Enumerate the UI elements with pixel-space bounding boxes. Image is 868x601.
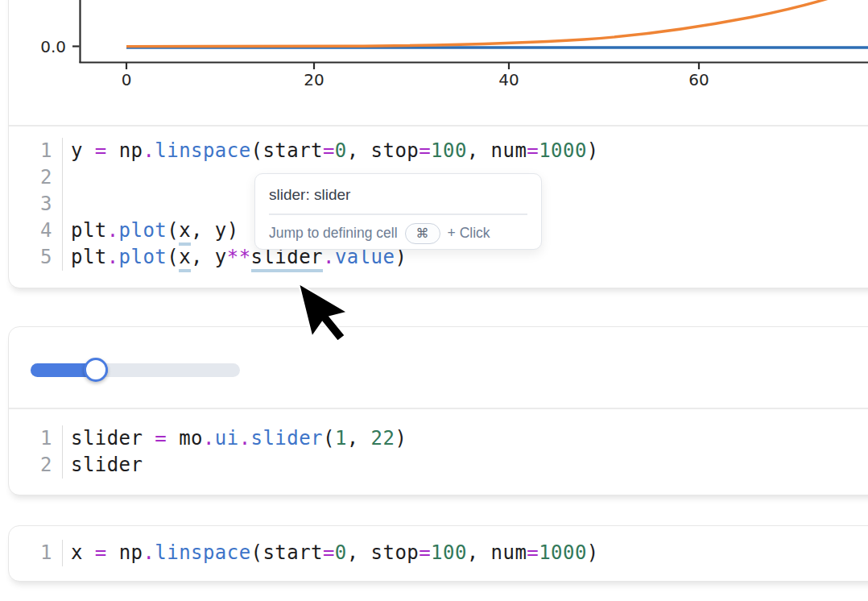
line-number: 1 [8, 540, 63, 566]
code-token: start [262, 541, 323, 564]
code-token: . [107, 219, 119, 242]
mouse-cursor-icon [290, 278, 362, 359]
code-token: slider [71, 454, 143, 476]
variable-tooltip: slider: slider Jump to defining cell ⌘ +… [254, 173, 542, 250]
code-token [83, 541, 95, 564]
tooltip-title: slider: slider [255, 174, 541, 213]
code-token: num [491, 139, 527, 162]
code-token: num [491, 541, 527, 564]
code-token: mo [179, 427, 203, 450]
code-token: . [143, 541, 155, 564]
slider-handle[interactable] [84, 358, 108, 382]
code-text: plt.plot(x, y) [71, 218, 239, 244]
code-token: stop [371, 541, 420, 564]
code-line[interactable]: 1x = np.linspace(start=0, stop=100, num=… [8, 540, 599, 566]
jump-to-defining-cell-hint: Jump to defining cell [269, 225, 398, 242]
code-token: ) [227, 219, 239, 242]
cell-output-code-divider-2 [9, 408, 868, 409]
cell-output-code-divider [9, 125, 868, 126]
code-editor-slider[interactable]: 1slider = mo.ui.slider(1, 22)2slider [8, 425, 407, 479]
code-token: = [419, 541, 431, 564]
code-line[interactable]: 2slider [8, 452, 407, 479]
code-token: ( [323, 427, 335, 450]
code-token: plot [119, 246, 167, 268]
code-token: = [155, 427, 167, 450]
code-token: ui [215, 427, 239, 450]
code-token: ( [251, 541, 263, 564]
code-token: plot [119, 219, 167, 242]
line-number: 4 [8, 218, 63, 244]
code-token: linspace [155, 139, 250, 162]
code-token: y [71, 139, 83, 162]
code-token: 0 [335, 541, 347, 564]
code-token: plt [71, 219, 107, 242]
code-token: ** [227, 246, 251, 268]
code-token: 100 [431, 139, 467, 162]
code-token [143, 427, 155, 450]
code-line[interactable]: 1y = np.linspace(start=0, stop=100, num=… [8, 138, 599, 164]
code-token: 1000 [539, 541, 587, 564]
code-token [83, 139, 95, 162]
series-line-orange [126, 0, 844, 47]
code-token: ( [167, 219, 179, 242]
code-token: 1000 [539, 139, 587, 162]
code-token: x [71, 541, 83, 564]
x-tick-label-0: 0 [98, 70, 155, 89]
code-token: y [215, 246, 227, 268]
x-tick-label-3: 60 [671, 70, 727, 89]
line-number: 1 [8, 138, 63, 164]
code-token: , [467, 139, 491, 162]
command-key-icon: ⌘ [405, 223, 440, 244]
code-token: . [203, 427, 215, 450]
line-number: 2 [8, 452, 63, 479]
code-token: = [95, 541, 107, 564]
matplotlib-figure [8, 0, 868, 126]
code-token: linspace [155, 541, 250, 564]
code-token: . [143, 139, 155, 162]
x-tick-label-2: 40 [481, 70, 537, 89]
line-number: 1 [8, 425, 63, 452]
code-token: slider [251, 427, 323, 450]
code-text: y = np.linspace(start=0, stop=100, num=1… [71, 138, 599, 164]
code-token: 22 [371, 427, 395, 450]
x-tick-label-1: 20 [286, 70, 342, 89]
code-token: = [323, 139, 335, 162]
code-editor-x[interactable]: 1x = np.linspace(start=0, stop=100, num=… [8, 540, 599, 566]
code-token [107, 139, 119, 162]
code-token: np [119, 541, 143, 564]
line-number: 2 [8, 164, 63, 191]
line-number: 5 [8, 244, 63, 271]
code-token: , [191, 246, 215, 268]
code-text: x = np.linspace(start=0, stop=100, num=1… [71, 540, 599, 566]
code-token: 1 [335, 427, 347, 450]
code-token: . [239, 427, 251, 450]
code-token: ) [587, 139, 599, 162]
linked-variable-token[interactable]: x [179, 219, 191, 246]
code-token: 100 [431, 541, 467, 564]
code-token: stop [371, 139, 420, 162]
code-token: ) [395, 427, 407, 450]
code-token: , [467, 541, 491, 564]
code-token: = [527, 541, 539, 564]
code-token: = [419, 139, 431, 162]
marimo-notebook-page: { "chart_data": { "type": "line", "title… [0, 0, 868, 601]
code-token: ( [251, 139, 263, 162]
linked-variable-token[interactable]: x [179, 246, 191, 272]
code-text: slider [71, 452, 143, 479]
code-token: , [347, 427, 371, 450]
code-token: , [191, 219, 215, 242]
line-number: 3 [8, 191, 63, 218]
code-token: = [95, 139, 107, 162]
code-token: , [347, 139, 371, 162]
y-tick-label: 0.0 [29, 37, 66, 56]
code-token: . [107, 246, 119, 268]
plot-canvas [8, 0, 868, 126]
code-token: slider [71, 427, 143, 450]
code-line[interactable]: 1slider = mo.ui.slider(1, 22) [8, 425, 407, 452]
code-token: y [215, 219, 227, 242]
code-token [167, 427, 179, 450]
code-token: = [527, 139, 539, 162]
code-token: , [347, 541, 371, 564]
tooltip-click-suffix: + Click [448, 225, 490, 242]
code-token: 0 [335, 139, 347, 162]
